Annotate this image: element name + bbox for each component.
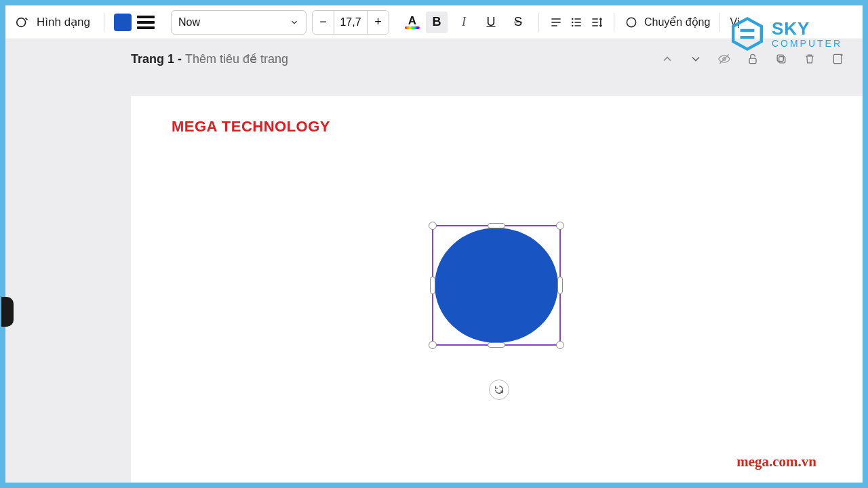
watermark-brand-line2: COMPUTER [772, 39, 842, 48]
resize-handle-br[interactable] [556, 341, 564, 349]
strikethrough-button[interactable]: S [507, 12, 529, 33]
selection-frame[interactable] [432, 225, 561, 346]
svg-point-4 [627, 18, 635, 26]
duplicate-icon[interactable] [774, 52, 788, 66]
lock-icon[interactable] [746, 52, 760, 66]
resize-handle-left[interactable] [430, 277, 435, 294]
text-color-button[interactable]: A [404, 16, 420, 29]
page-title-placeholder: Thêm tiêu đề trang [185, 52, 288, 66]
svg-rect-7 [779, 57, 785, 63]
resize-handle-top[interactable] [488, 223, 505, 228]
watermark-logo: SKY COMPUTER [730, 16, 842, 52]
font-size-stepper: − 17,7 + [312, 10, 389, 35]
svg-rect-6 [749, 58, 756, 64]
resize-handle-tr[interactable] [556, 222, 564, 230]
font-size-value[interactable]: 17,7 [334, 16, 367, 28]
page-number-label: Trang 1 - [131, 52, 185, 66]
border-style-button[interactable] [137, 16, 155, 29]
animate-button[interactable]: Chuyển động [644, 16, 710, 28]
shape-edit-icon [15, 15, 30, 30]
shape-edit-label[interactable]: Hình dạng [37, 15, 90, 29]
effects-icon [624, 15, 639, 30]
page-title[interactable]: Trang 1 - Thêm tiêu đề trang [131, 52, 288, 66]
svg-marker-10 [733, 18, 762, 49]
underline-button[interactable]: U [480, 12, 502, 33]
separator [614, 13, 614, 32]
chevron-down-icon [290, 18, 299, 27]
separator [719, 13, 720, 32]
separator [538, 13, 539, 32]
svg-rect-9 [833, 54, 842, 63]
svg-point-2 [572, 21, 574, 23]
watermark-url: mega.com.vn [736, 453, 816, 470]
delete-icon[interactable] [803, 52, 816, 66]
font-name-value: Now [178, 16, 200, 28]
align-button[interactable] [549, 15, 564, 30]
font-family-select[interactable]: Now [171, 10, 307, 35]
resize-handle-tl[interactable] [429, 222, 437, 230]
svg-point-1 [572, 18, 574, 20]
font-size-decrease-button[interactable]: − [313, 10, 334, 35]
page-down-icon[interactable] [689, 52, 703, 66]
visibility-icon[interactable] [717, 52, 731, 66]
resize-handle-bottom[interactable] [488, 342, 505, 348]
resize-handle-right[interactable] [557, 277, 563, 294]
svg-point-3 [572, 24, 574, 26]
resize-handle-bl[interactable] [429, 341, 437, 349]
rotate-handle[interactable] [489, 380, 509, 400]
hex-logo-icon [730, 16, 765, 52]
watermark-brand-line1: SKY [772, 20, 842, 37]
text-color-icon: A [408, 16, 416, 26]
page-actions [660, 52, 848, 66]
add-page-icon[interactable] [831, 52, 845, 66]
italic-button[interactable]: I [453, 12, 475, 33]
svg-rect-8 [777, 55, 783, 61]
font-size-increase-button[interactable]: + [367, 10, 389, 35]
design-canvas[interactable]: MEGA TECHNOLOGY mega.com.vn [131, 96, 863, 483]
spacing-button[interactable] [589, 15, 604, 30]
rotate-icon [494, 384, 505, 395]
page-up-icon[interactable] [660, 52, 674, 66]
separator [104, 13, 104, 32]
circle-shape[interactable] [435, 228, 558, 343]
fill-color-chip[interactable] [114, 14, 132, 31]
side-panel-toggle[interactable] [1, 297, 14, 327]
svg-point-0 [17, 18, 26, 26]
list-button[interactable] [569, 15, 584, 30]
bold-button[interactable]: B [426, 12, 448, 33]
document-heading-text[interactable]: MEGA TECHNOLOGY [172, 118, 330, 136]
